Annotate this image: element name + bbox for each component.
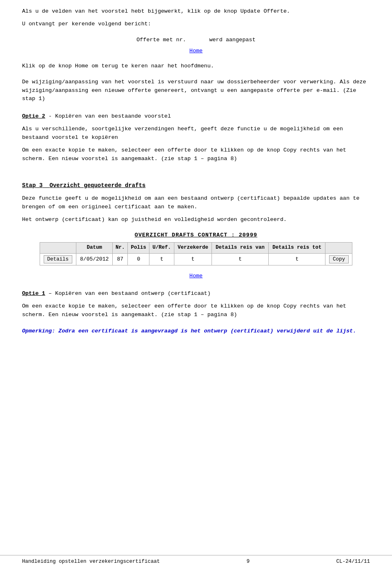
optie2-title: Kopiëren van een bestaande voorstel bbox=[55, 113, 171, 119]
optie2-para1: Als u verschillende, soortgelijke verzen… bbox=[22, 125, 370, 142]
cell-nr: 87 bbox=[113, 253, 128, 265]
footer: Handleiding opstellen verzekeringscertif… bbox=[0, 555, 392, 566]
stap3-heading: Stap 3 Overzicht gequoteerde drafts bbox=[22, 171, 370, 194]
para-wijziging: De wijziging/aanpassing van het voorstel… bbox=[22, 78, 370, 104]
intro-line1: Als u de velden van het voorstel hebt bi… bbox=[22, 7, 370, 16]
opmerking-text: Opmerking: Zodra een certificaat is aang… bbox=[22, 327, 370, 336]
col-details-van: Details reis van bbox=[212, 243, 269, 253]
drafts-table: Datum Nr. Polis U/Ref. Verzekerde Detail… bbox=[40, 242, 353, 265]
col-empty bbox=[40, 243, 76, 253]
home-link-1[interactable]: Home bbox=[22, 47, 370, 56]
table-row: Details 8/05/2012 87 0 t t t t Copy bbox=[40, 253, 352, 265]
col-copy-header bbox=[325, 243, 352, 253]
optie2-label: Optie 2 bbox=[22, 113, 45, 119]
home-instruction: Klik op de knop Home om terug te keren n… bbox=[22, 62, 370, 71]
notif-label: Offerte met nr. bbox=[136, 37, 186, 43]
optie1-heading: Optie 1 – Kopiëren van een bestaand ontw… bbox=[22, 290, 370, 298]
cell-details-van: t bbox=[212, 253, 269, 265]
cell-polis: 0 bbox=[128, 253, 149, 265]
table-title: OVERZICHT DRAFTS CONTRACT : 20999 bbox=[40, 231, 353, 240]
intro-line2: U ontvangt per kerende volgend bericht: bbox=[22, 20, 370, 29]
optie2-dash: - bbox=[45, 113, 55, 119]
cell-details-tot: t bbox=[269, 253, 325, 265]
optie1-title: Kopiëren van een bestaand ontwerp (certi… bbox=[55, 290, 211, 297]
stap3-para1: Deze functie geeft u de mogelijkheid om … bbox=[22, 194, 370, 212]
optie2-heading: Optie 2 - Kopiëren van een bestaande voo… bbox=[22, 112, 370, 121]
optie2-para2: Om een exacte kopie te maken, selecteer … bbox=[22, 146, 370, 163]
details-btn-cell[interactable]: Details bbox=[40, 253, 76, 265]
table-container: OVERZICHT DRAFTS CONTRACT : 20999 Datum … bbox=[40, 231, 353, 265]
copy-button[interactable]: Copy bbox=[329, 255, 349, 263]
cell-uref: t bbox=[149, 253, 174, 265]
col-uref: U/Ref. bbox=[149, 243, 174, 253]
copy-btn-cell[interactable]: Copy bbox=[325, 253, 352, 265]
col-nr: Nr. bbox=[113, 243, 128, 253]
details-button[interactable]: Details bbox=[44, 255, 73, 263]
optie1-label: Optie 1 bbox=[22, 290, 45, 297]
footer-left: Handleiding opstellen verzekeringscertif… bbox=[22, 558, 160, 566]
cell-datum: 8/05/2012 bbox=[76, 253, 113, 265]
col-datum: Datum bbox=[76, 243, 113, 253]
footer-center: 9 bbox=[247, 558, 250, 566]
col-verzekerde: Verzekerde bbox=[174, 243, 212, 253]
col-polis: Polis bbox=[128, 243, 149, 253]
stap3-para2: Het ontwerp (certificaat) kan op juisthe… bbox=[22, 216, 370, 224]
notif-suffix: werd aangepast bbox=[209, 37, 255, 43]
cell-verzekerde: t bbox=[174, 253, 212, 265]
optie1-dash: – bbox=[45, 290, 55, 297]
optie1-para1: Om een exacte kopie te maken, selecteer … bbox=[22, 302, 370, 319]
col-details-tot: Details reis tot bbox=[269, 243, 325, 253]
footer-right: CL-24/11/11 bbox=[336, 558, 370, 566]
notification-box: Offerte met nr. werd aangepast bbox=[22, 36, 370, 45]
home-link-2[interactable]: Home bbox=[22, 272, 370, 281]
